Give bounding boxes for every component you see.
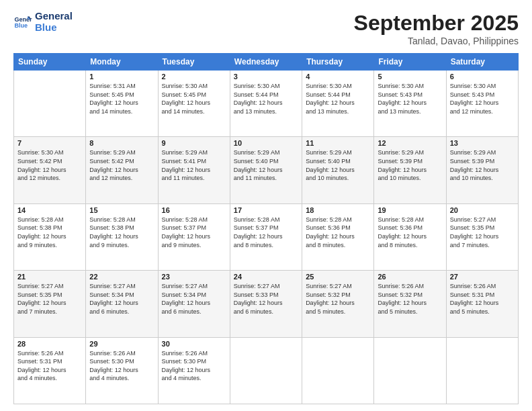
day-number: 14 [17, 206, 82, 214]
day-info: Sunrise: 5:28 AMSunset: 5:36 PMDaylight:… [306, 216, 370, 249]
day-info: Sunrise: 5:29 AMSunset: 5:39 PMDaylight:… [378, 148, 442, 182]
day-number: 25 [306, 273, 370, 281]
day-cell [14, 71, 86, 137]
day-info: Sunrise: 5:28 AMSunset: 5:38 PMDaylight:… [89, 216, 154, 249]
day-info: Sunrise: 5:26 AMSunset: 5:32 PMDaylight:… [378, 282, 442, 316]
day-info: Sunrise: 5:30 AMSunset: 5:43 PMDaylight:… [450, 82, 515, 116]
day-info: Sunrise: 5:28 AMSunset: 5:37 PMDaylight:… [162, 216, 226, 249]
day-number: 2 [162, 73, 226, 81]
day-cell: 16Sunrise: 5:28 AMSunset: 5:37 PMDayligh… [158, 203, 230, 270]
day-info: Sunrise: 5:29 AMSunset: 5:39 PMDaylight:… [450, 148, 515, 182]
day-cell: 2Sunrise: 5:30 AMSunset: 5:45 PMDaylight… [158, 71, 230, 137]
day-cell: 22Sunrise: 5:27 AMSunset: 5:34 PMDayligh… [86, 271, 158, 337]
day-number: 4 [306, 73, 370, 81]
week-row-1: 1Sunrise: 5:31 AMSunset: 5:45 PMDaylight… [14, 71, 519, 137]
logo-line1: General [35, 11, 73, 22]
day-cell: 9Sunrise: 5:29 AMSunset: 5:41 PMDaylight… [158, 137, 230, 203]
day-info: Sunrise: 5:31 AMSunset: 5:45 PMDaylight:… [89, 82, 154, 116]
day-number: 10 [234, 139, 298, 147]
day-number: 27 [450, 273, 515, 281]
day-number: 20 [450, 206, 515, 214]
day-cell: 10Sunrise: 5:29 AMSunset: 5:40 PMDayligh… [230, 137, 302, 203]
day-cell: 23Sunrise: 5:27 AMSunset: 5:34 PMDayligh… [158, 271, 230, 337]
day-info: Sunrise: 5:29 AMSunset: 5:40 PMDaylight:… [234, 148, 298, 182]
day-info: Sunrise: 5:29 AMSunset: 5:41 PMDaylight:… [162, 148, 226, 182]
day-cell: 20Sunrise: 5:27 AMSunset: 5:35 PMDayligh… [446, 203, 518, 270]
day-number: 6 [450, 73, 515, 81]
day-cell: 27Sunrise: 5:26 AMSunset: 5:31 PMDayligh… [446, 271, 518, 337]
day-number: 7 [17, 139, 82, 147]
day-cell: 21Sunrise: 5:27 AMSunset: 5:35 PMDayligh… [14, 271, 86, 337]
day-cell: 25Sunrise: 5:27 AMSunset: 5:32 PMDayligh… [302, 271, 374, 337]
day-number: 16 [162, 206, 226, 214]
day-number: 18 [306, 206, 370, 214]
day-cell: 8Sunrise: 5:29 AMSunset: 5:42 PMDaylight… [86, 137, 158, 203]
header: General Blue General Blue September 2025… [13, 11, 519, 46]
day-cell: 24Sunrise: 5:27 AMSunset: 5:33 PMDayligh… [230, 271, 302, 337]
logo-line2: Blue [35, 22, 73, 34]
day-cell: 12Sunrise: 5:29 AMSunset: 5:39 PMDayligh… [374, 137, 446, 203]
day-info: Sunrise: 5:27 AMSunset: 5:32 PMDaylight:… [306, 282, 370, 316]
day-number: 21 [17, 273, 82, 281]
day-number: 22 [89, 273, 154, 281]
day-number: 15 [89, 206, 154, 214]
day-info: Sunrise: 5:27 AMSunset: 5:35 PMDaylight:… [17, 282, 82, 316]
day-cell: 29Sunrise: 5:26 AMSunset: 5:30 PMDayligh… [86, 337, 158, 404]
th-friday: Friday [374, 54, 446, 71]
day-number: 13 [450, 139, 515, 147]
day-cell [230, 337, 302, 404]
day-number: 24 [234, 273, 298, 281]
day-cell: 11Sunrise: 5:29 AMSunset: 5:40 PMDayligh… [302, 137, 374, 203]
day-number: 5 [378, 73, 442, 81]
day-number: 8 [89, 139, 154, 147]
day-info: Sunrise: 5:27 AMSunset: 5:33 PMDaylight:… [234, 282, 298, 316]
day-info: Sunrise: 5:28 AMSunset: 5:38 PMDaylight:… [17, 216, 82, 249]
day-cell [302, 337, 374, 404]
day-info: Sunrise: 5:26 AMSunset: 5:31 PMDaylight:… [450, 282, 515, 316]
day-cell: 1Sunrise: 5:31 AMSunset: 5:45 PMDaylight… [86, 71, 158, 137]
title-block: September 2025 Tanlad, Davao, Philippine… [354, 11, 519, 46]
day-number: 19 [378, 206, 442, 214]
day-number: 1 [89, 73, 154, 81]
week-row-2: 7Sunrise: 5:30 AMSunset: 5:42 PMDaylight… [14, 137, 519, 203]
day-info: Sunrise: 5:28 AMSunset: 5:36 PMDaylight:… [378, 216, 442, 249]
day-info: Sunrise: 5:26 AMSunset: 5:30 PMDaylight:… [162, 349, 226, 383]
day-info: Sunrise: 5:30 AMSunset: 5:43 PMDaylight:… [378, 82, 442, 116]
day-info: Sunrise: 5:28 AMSunset: 5:37 PMDaylight:… [234, 216, 298, 249]
day-cell [446, 337, 518, 404]
calendar-subtitle: Tanlad, Davao, Philippines [354, 36, 519, 46]
th-sunday: Sunday [14, 54, 86, 71]
day-number: 11 [306, 139, 370, 147]
day-info: Sunrise: 5:26 AMSunset: 5:30 PMDaylight:… [89, 349, 154, 383]
th-monday: Monday [86, 54, 158, 71]
day-number: 26 [378, 273, 442, 281]
day-cell: 6Sunrise: 5:30 AMSunset: 5:43 PMDaylight… [446, 71, 518, 137]
day-number: 12 [378, 139, 442, 147]
calendar-title: September 2025 [354, 11, 519, 36]
day-cell: 19Sunrise: 5:28 AMSunset: 5:36 PMDayligh… [374, 203, 446, 270]
svg-text:Blue: Blue [14, 22, 28, 29]
th-saturday: Saturday [446, 54, 518, 71]
day-number: 17 [234, 206, 298, 214]
logo: General Blue General Blue [13, 11, 73, 33]
page: General Blue General Blue September 2025… [0, 0, 532, 411]
day-info: Sunrise: 5:30 AMSunset: 5:44 PMDaylight:… [306, 82, 370, 116]
day-number: 29 [89, 340, 154, 348]
day-info: Sunrise: 5:29 AMSunset: 5:42 PMDaylight:… [89, 148, 154, 182]
day-cell: 7Sunrise: 5:30 AMSunset: 5:42 PMDaylight… [14, 137, 86, 203]
logo-icon: General Blue [13, 13, 32, 32]
th-wednesday: Wednesday [230, 54, 302, 71]
day-cell: 17Sunrise: 5:28 AMSunset: 5:37 PMDayligh… [230, 203, 302, 270]
day-cell: 18Sunrise: 5:28 AMSunset: 5:36 PMDayligh… [302, 203, 374, 270]
day-cell: 28Sunrise: 5:26 AMSunset: 5:31 PMDayligh… [14, 337, 86, 404]
day-cell: 4Sunrise: 5:30 AMSunset: 5:44 PMDaylight… [302, 71, 374, 137]
day-info: Sunrise: 5:27 AMSunset: 5:34 PMDaylight:… [162, 282, 226, 316]
day-number: 23 [162, 273, 226, 281]
day-number: 30 [162, 340, 226, 348]
day-cell: 15Sunrise: 5:28 AMSunset: 5:38 PMDayligh… [86, 203, 158, 270]
day-cell [374, 337, 446, 404]
day-cell: 5Sunrise: 5:30 AMSunset: 5:43 PMDaylight… [374, 71, 446, 137]
day-cell: 3Sunrise: 5:30 AMSunset: 5:44 PMDaylight… [230, 71, 302, 137]
day-cell: 14Sunrise: 5:28 AMSunset: 5:38 PMDayligh… [14, 203, 86, 270]
day-number: 28 [17, 340, 82, 348]
